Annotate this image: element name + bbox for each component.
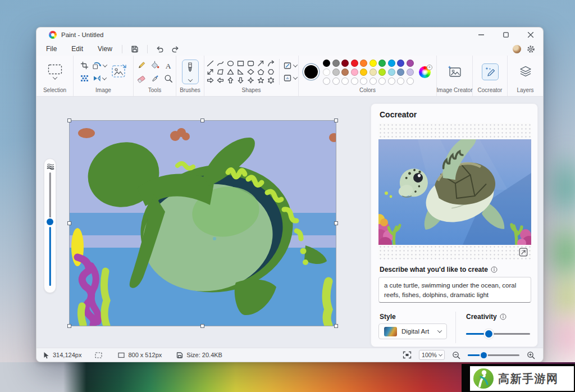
zoom-out-icon[interactable] <box>452 351 460 359</box>
chevron-down-icon[interactable] <box>188 77 192 81</box>
color-swatch[interactable] <box>360 69 367 76</box>
shape-hexagon[interactable] <box>266 68 275 76</box>
shape-left-block-arrow[interactable] <box>216 76 225 84</box>
color-swatch[interactable] <box>378 60 386 67</box>
magnifier-icon[interactable] <box>164 74 173 83</box>
selection-handle[interactable] <box>334 324 338 328</box>
shape-diamond[interactable] <box>246 68 255 76</box>
shape-six-point-star[interactable] <box>266 76 275 84</box>
custom-color-slot[interactable] <box>388 78 395 85</box>
chevron-down-icon[interactable] <box>293 62 298 67</box>
remove-background-icon[interactable] <box>111 63 128 80</box>
settings-gear-icon[interactable] <box>527 45 535 53</box>
eraser-icon[interactable] <box>136 75 146 83</box>
color-swatch[interactable] <box>351 69 358 76</box>
shape-up-block-arrow[interactable] <box>226 76 235 84</box>
color-swatch[interactable] <box>397 69 404 76</box>
cocreator-button[interactable] <box>482 63 499 80</box>
zoom-slider-thumb[interactable] <box>481 352 487 358</box>
color-swatch[interactable] <box>332 69 340 76</box>
thickness-slider-thumb[interactable] <box>47 218 53 225</box>
menu-view[interactable]: View <box>93 43 117 54</box>
zoom-in-icon[interactable] <box>527 351 535 359</box>
color-swatch[interactable] <box>351 60 358 67</box>
shape-rectangle[interactable] <box>236 60 245 67</box>
zoom-level-dropdown[interactable]: 100% <box>419 350 445 360</box>
maximize-button[interactable] <box>494 28 518 42</box>
flip-button[interactable] <box>93 75 106 82</box>
selection-handle[interactable] <box>200 118 204 122</box>
shape-arrow[interactable] <box>256 60 265 67</box>
close-button[interactable] <box>518 28 543 42</box>
custom-color-slot[interactable] <box>341 78 349 85</box>
fill-bucket-icon[interactable] <box>150 61 159 70</box>
style-dropdown[interactable]: Digital Art <box>378 323 447 339</box>
selection-icon[interactable] <box>48 64 62 75</box>
selection-handle[interactable] <box>67 221 71 225</box>
info-icon[interactable] <box>500 313 506 320</box>
color-swatch[interactable] <box>323 69 330 76</box>
shape-triangle[interactable] <box>226 68 235 76</box>
color-swatch[interactable] <box>397 60 404 67</box>
menu-file[interactable]: File <box>41 43 62 54</box>
zoom-slider[interactable] <box>468 352 519 358</box>
color-swatch[interactable] <box>388 69 395 76</box>
edit-colors-wheel[interactable]: + <box>419 66 431 78</box>
custom-color-slot[interactable] <box>332 78 340 85</box>
expand-image-icon[interactable] <box>519 248 528 257</box>
shape-right-block-arrow[interactable] <box>206 76 215 84</box>
info-icon[interactable] <box>491 266 498 273</box>
color-swatch[interactable] <box>407 69 414 76</box>
eyedropper-icon[interactable] <box>150 74 159 83</box>
custom-color-slot[interactable] <box>407 78 414 85</box>
shape-line[interactable] <box>206 60 215 67</box>
custom-color-slot[interactable] <box>323 78 330 85</box>
brushes-button[interactable] <box>182 60 199 84</box>
menu-edit[interactable]: Edit <box>66 43 88 54</box>
color-swatch[interactable] <box>341 69 349 76</box>
custom-color-slot[interactable] <box>397 78 404 85</box>
custom-color-slot[interactable] <box>351 78 358 85</box>
selection-handle[interactable] <box>334 118 338 122</box>
color-swatch[interactable] <box>341 60 349 67</box>
color-swatch[interactable] <box>360 60 367 67</box>
account-avatar[interactable] <box>513 45 521 53</box>
pencil-icon[interactable] <box>137 61 146 70</box>
shape-four-point-star[interactable] <box>246 76 255 84</box>
shape-outline-button[interactable] <box>284 62 297 70</box>
image-creator-icon[interactable] <box>448 65 462 79</box>
canvas[interactable] <box>70 121 336 326</box>
minimize-button[interactable] <box>469 28 494 42</box>
custom-color-slot[interactable] <box>360 78 367 85</box>
custom-color-slot[interactable] <box>369 78 377 85</box>
shape-two-way-arrow[interactable] <box>206 68 215 76</box>
creativity-slider-thumb[interactable] <box>485 330 492 338</box>
color-swatch[interactable] <box>323 60 330 67</box>
selected-color-swatch[interactable] <box>304 65 318 79</box>
color-swatch[interactable] <box>332 60 340 67</box>
thickness-slider[interactable] <box>49 172 51 286</box>
selection-handle[interactable] <box>67 324 71 328</box>
crop-icon[interactable] <box>80 61 89 70</box>
shape-down-block-arrow[interactable] <box>236 76 245 84</box>
prompt-input[interactable]: a cute turtle, swimming under the ocean,… <box>378 277 531 303</box>
creativity-slider[interactable] <box>466 330 530 337</box>
shape-curve[interactable] <box>216 60 225 67</box>
selection-handle[interactable] <box>334 221 338 225</box>
chevron-down-icon[interactable] <box>52 75 57 79</box>
chevron-down-icon[interactable] <box>103 62 107 67</box>
text-tool-icon[interactable]: A <box>164 61 172 70</box>
layers-icon[interactable] <box>519 66 532 78</box>
color-swatch[interactable] <box>388 60 395 67</box>
fit-to-window-icon[interactable] <box>403 351 412 359</box>
shape-pentagon[interactable] <box>256 68 265 76</box>
selection-handle[interactable] <box>200 324 204 328</box>
resize-icon[interactable] <box>80 75 89 82</box>
shape-right-triangle[interactable] <box>236 68 245 76</box>
color-swatch[interactable] <box>407 60 414 67</box>
shape-fill-button[interactable] <box>284 74 297 82</box>
rotate-button[interactable] <box>92 61 107 70</box>
redo-icon[interactable] <box>169 43 182 54</box>
custom-color-slot[interactable] <box>378 78 386 85</box>
shape-five-point-star[interactable] <box>256 76 265 84</box>
